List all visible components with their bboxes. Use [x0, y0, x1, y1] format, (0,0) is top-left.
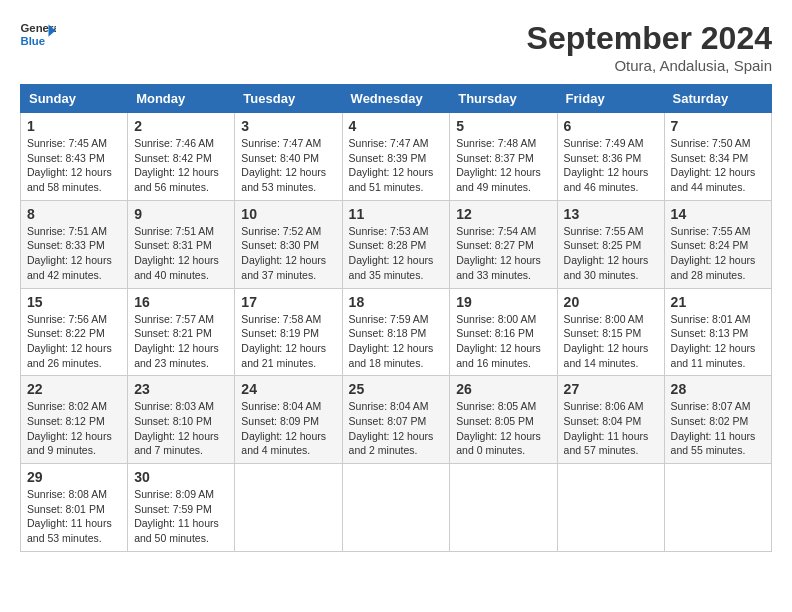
calendar-day-cell: 1 Sunrise: 7:45 AMSunset: 8:43 PMDayligh… [21, 113, 128, 201]
calendar-day-cell: 10 Sunrise: 7:52 AMSunset: 8:30 PMDaylig… [235, 200, 342, 288]
calendar-day-cell [664, 464, 771, 552]
calendar-day-cell: 11 Sunrise: 7:53 AMSunset: 8:28 PMDaylig… [342, 200, 450, 288]
day-info: Sunrise: 8:04 AMSunset: 8:07 PMDaylight:… [349, 400, 434, 456]
calendar-day-cell: 9 Sunrise: 7:51 AMSunset: 8:31 PMDayligh… [128, 200, 235, 288]
calendar-day-cell: 20 Sunrise: 8:00 AMSunset: 8:15 PMDaylig… [557, 288, 664, 376]
day-number: 23 [134, 381, 228, 397]
day-number: 21 [671, 294, 765, 310]
day-info: Sunrise: 8:02 AMSunset: 8:12 PMDaylight:… [27, 400, 112, 456]
day-info: Sunrise: 7:51 AMSunset: 8:33 PMDaylight:… [27, 225, 112, 281]
day-number: 29 [27, 469, 121, 485]
weekday-header: Saturday [664, 85, 771, 113]
day-info: Sunrise: 8:03 AMSunset: 8:10 PMDaylight:… [134, 400, 219, 456]
calendar-day-cell: 15 Sunrise: 7:56 AMSunset: 8:22 PMDaylig… [21, 288, 128, 376]
calendar-table: SundayMondayTuesdayWednesdayThursdayFrid… [20, 84, 772, 552]
calendar-day-cell: 6 Sunrise: 7:49 AMSunset: 8:36 PMDayligh… [557, 113, 664, 201]
day-number: 10 [241, 206, 335, 222]
day-number: 19 [456, 294, 550, 310]
day-number: 20 [564, 294, 658, 310]
weekday-header: Tuesday [235, 85, 342, 113]
calendar-header-row: SundayMondayTuesdayWednesdayThursdayFrid… [21, 85, 772, 113]
month-year-title: September 2024 [527, 20, 772, 57]
page-header: General Blue September 2024 Otura, Andal… [20, 20, 772, 74]
calendar-day-cell: 25 Sunrise: 8:04 AMSunset: 8:07 PMDaylig… [342, 376, 450, 464]
logo: General Blue [20, 20, 56, 48]
calendar-week-row: 29 Sunrise: 8:08 AMSunset: 8:01 PMDaylig… [21, 464, 772, 552]
day-number: 26 [456, 381, 550, 397]
day-info: Sunrise: 7:46 AMSunset: 8:42 PMDaylight:… [134, 137, 219, 193]
weekday-header: Sunday [21, 85, 128, 113]
day-info: Sunrise: 7:58 AMSunset: 8:19 PMDaylight:… [241, 313, 326, 369]
day-number: 15 [27, 294, 121, 310]
day-number: 1 [27, 118, 121, 134]
calendar-day-cell: 2 Sunrise: 7:46 AMSunset: 8:42 PMDayligh… [128, 113, 235, 201]
calendar-day-cell [557, 464, 664, 552]
calendar-week-row: 1 Sunrise: 7:45 AMSunset: 8:43 PMDayligh… [21, 113, 772, 201]
calendar-day-cell: 8 Sunrise: 7:51 AMSunset: 8:33 PMDayligh… [21, 200, 128, 288]
calendar-day-cell [235, 464, 342, 552]
day-info: Sunrise: 8:07 AMSunset: 8:02 PMDaylight:… [671, 400, 756, 456]
day-info: Sunrise: 8:00 AMSunset: 8:15 PMDaylight:… [564, 313, 649, 369]
calendar-day-cell: 17 Sunrise: 7:58 AMSunset: 8:19 PMDaylig… [235, 288, 342, 376]
calendar-day-cell: 23 Sunrise: 8:03 AMSunset: 8:10 PMDaylig… [128, 376, 235, 464]
calendar-day-cell: 16 Sunrise: 7:57 AMSunset: 8:21 PMDaylig… [128, 288, 235, 376]
calendar-day-cell: 19 Sunrise: 8:00 AMSunset: 8:16 PMDaylig… [450, 288, 557, 376]
calendar-week-row: 8 Sunrise: 7:51 AMSunset: 8:33 PMDayligh… [21, 200, 772, 288]
calendar-day-cell: 28 Sunrise: 8:07 AMSunset: 8:02 PMDaylig… [664, 376, 771, 464]
day-info: Sunrise: 7:54 AMSunset: 8:27 PMDaylight:… [456, 225, 541, 281]
day-number: 9 [134, 206, 228, 222]
day-number: 24 [241, 381, 335, 397]
day-number: 27 [564, 381, 658, 397]
calendar-day-cell: 29 Sunrise: 8:08 AMSunset: 8:01 PMDaylig… [21, 464, 128, 552]
day-number: 6 [564, 118, 658, 134]
calendar-day-cell: 22 Sunrise: 8:02 AMSunset: 8:12 PMDaylig… [21, 376, 128, 464]
calendar-day-cell: 30 Sunrise: 8:09 AMSunset: 7:59 PMDaylig… [128, 464, 235, 552]
weekday-header: Friday [557, 85, 664, 113]
calendar-day-cell: 24 Sunrise: 8:04 AMSunset: 8:09 PMDaylig… [235, 376, 342, 464]
svg-text:Blue: Blue [21, 35, 46, 47]
day-number: 3 [241, 118, 335, 134]
day-info: Sunrise: 8:08 AMSunset: 8:01 PMDaylight:… [27, 488, 112, 544]
day-info: Sunrise: 8:09 AMSunset: 7:59 PMDaylight:… [134, 488, 219, 544]
day-number: 22 [27, 381, 121, 397]
calendar-week-row: 22 Sunrise: 8:02 AMSunset: 8:12 PMDaylig… [21, 376, 772, 464]
day-number: 11 [349, 206, 444, 222]
day-number: 13 [564, 206, 658, 222]
day-number: 4 [349, 118, 444, 134]
day-info: Sunrise: 7:50 AMSunset: 8:34 PMDaylight:… [671, 137, 756, 193]
day-info: Sunrise: 7:47 AMSunset: 8:39 PMDaylight:… [349, 137, 434, 193]
weekday-header: Wednesday [342, 85, 450, 113]
day-info: Sunrise: 7:48 AMSunset: 8:37 PMDaylight:… [456, 137, 541, 193]
day-info: Sunrise: 8:00 AMSunset: 8:16 PMDaylight:… [456, 313, 541, 369]
calendar-week-row: 15 Sunrise: 7:56 AMSunset: 8:22 PMDaylig… [21, 288, 772, 376]
day-info: Sunrise: 7:55 AMSunset: 8:24 PMDaylight:… [671, 225, 756, 281]
day-info: Sunrise: 7:52 AMSunset: 8:30 PMDaylight:… [241, 225, 326, 281]
day-info: Sunrise: 7:55 AMSunset: 8:25 PMDaylight:… [564, 225, 649, 281]
day-info: Sunrise: 7:45 AMSunset: 8:43 PMDaylight:… [27, 137, 112, 193]
day-number: 5 [456, 118, 550, 134]
day-info: Sunrise: 7:49 AMSunset: 8:36 PMDaylight:… [564, 137, 649, 193]
day-number: 25 [349, 381, 444, 397]
calendar-day-cell: 13 Sunrise: 7:55 AMSunset: 8:25 PMDaylig… [557, 200, 664, 288]
calendar-day-cell: 14 Sunrise: 7:55 AMSunset: 8:24 PMDaylig… [664, 200, 771, 288]
day-number: 14 [671, 206, 765, 222]
day-number: 8 [27, 206, 121, 222]
title-section: September 2024 Otura, Andalusia, Spain [527, 20, 772, 74]
calendar-day-cell: 27 Sunrise: 8:06 AMSunset: 8:04 PMDaylig… [557, 376, 664, 464]
calendar-day-cell [342, 464, 450, 552]
weekday-header: Monday [128, 85, 235, 113]
day-info: Sunrise: 8:01 AMSunset: 8:13 PMDaylight:… [671, 313, 756, 369]
day-info: Sunrise: 7:57 AMSunset: 8:21 PMDaylight:… [134, 313, 219, 369]
day-number: 28 [671, 381, 765, 397]
calendar-day-cell: 4 Sunrise: 7:47 AMSunset: 8:39 PMDayligh… [342, 113, 450, 201]
day-info: Sunrise: 8:05 AMSunset: 8:05 PMDaylight:… [456, 400, 541, 456]
day-number: 30 [134, 469, 228, 485]
day-info: Sunrise: 7:59 AMSunset: 8:18 PMDaylight:… [349, 313, 434, 369]
weekday-header: Thursday [450, 85, 557, 113]
day-info: Sunrise: 7:47 AMSunset: 8:40 PMDaylight:… [241, 137, 326, 193]
day-number: 2 [134, 118, 228, 134]
location-subtitle: Otura, Andalusia, Spain [527, 57, 772, 74]
day-info: Sunrise: 7:53 AMSunset: 8:28 PMDaylight:… [349, 225, 434, 281]
calendar-day-cell: 18 Sunrise: 7:59 AMSunset: 8:18 PMDaylig… [342, 288, 450, 376]
day-number: 18 [349, 294, 444, 310]
